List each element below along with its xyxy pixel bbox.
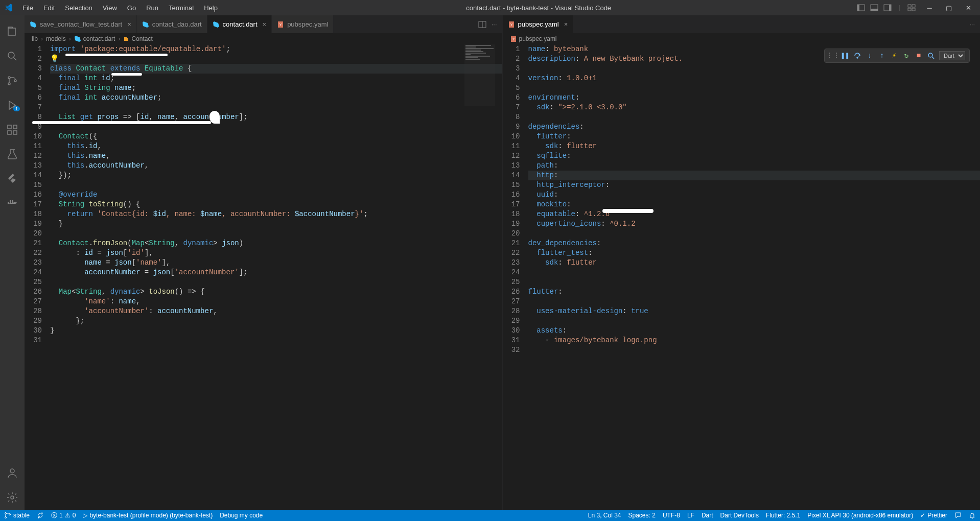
code-line[interactable] — [50, 103, 502, 112]
close-tab-icon[interactable]: × — [263, 20, 267, 28]
stop-icon[interactable]: ■ — [915, 52, 923, 60]
code-line[interactable] — [50, 277, 502, 287]
code-line[interactable]: Contact({ — [50, 132, 502, 141]
code-line[interactable]: final int accountNumber; — [50, 93, 502, 103]
code-line[interactable]: List get props => [id, name, accountNumb… — [50, 112, 502, 122]
breadcrumb-item[interactable]: contact.dart — [83, 35, 115, 42]
notifications-icon[interactable] — [969, 512, 976, 519]
tab-contact_dao-dart[interactable]: contact_dao.dart — [137, 15, 207, 33]
encoding[interactable]: UTF-8 — [663, 512, 680, 519]
cursor-position[interactable]: Ln 3, Col 34 — [588, 512, 621, 519]
code-line[interactable]: Contact.fromJson(Map<String, dynamic> js… — [50, 239, 502, 248]
code-line[interactable]: sdk: ">=2.1.0 <3.0.0" — [528, 103, 981, 112]
menu-view[interactable]: View — [99, 2, 121, 14]
code-line[interactable]: sdk: flutter — [528, 141, 981, 151]
language-mode[interactable]: Dart — [702, 512, 713, 519]
code-line[interactable]: path: — [528, 161, 981, 171]
layout-panel-icon[interactable] — [869, 3, 879, 13]
sync-button[interactable] — [37, 512, 44, 519]
step-out-icon[interactable]: ↑ — [878, 52, 886, 60]
code-line[interactable]: @override — [50, 190, 502, 200]
code-line[interactable] — [528, 229, 981, 239]
problems[interactable]: ⓧ 1 ⚠ 0 — [51, 511, 76, 520]
code-line[interactable]: dev_dependencies: — [528, 239, 981, 248]
code-line[interactable]: flutter: — [528, 132, 981, 141]
breadcrumb-item[interactable]: pubspec.yaml — [519, 35, 557, 42]
pause-icon[interactable]: ❚❚ — [841, 52, 849, 60]
breadcrumb-left[interactable]: lib›models› contact.dart› Contact — [25, 33, 502, 44]
more-actions-icon[interactable]: ··· — [492, 20, 497, 29]
eol[interactable]: LF — [687, 512, 694, 519]
tab-pubspec-yaml[interactable]: Ypubspec.yaml — [272, 15, 334, 33]
code-line[interactable] — [50, 122, 502, 132]
debug-target[interactable]: ▷ byte-bank-test (profile mode) (byte-ba… — [83, 512, 213, 519]
code-line[interactable]: accountNumber = json['accountNumber']; — [50, 268, 502, 277]
step-into-icon[interactable]: ↓ — [866, 52, 874, 60]
code-line[interactable]: this.name, — [50, 151, 502, 161]
code-line[interactable] — [50, 336, 502, 345]
docker-icon[interactable] — [0, 191, 25, 216]
layout-customize-icon[interactable] — [906, 3, 917, 13]
code-line[interactable]: version: 1.0.0+1 — [528, 74, 981, 83]
explorer-icon[interactable] — [0, 19, 25, 44]
tab-pubspec-yaml[interactable]: Ypubspec.yaml× — [503, 15, 574, 33]
code-line[interactable]: flutter: — [528, 287, 981, 297]
code-line[interactable]: name = json['name'], — [50, 258, 502, 268]
more-actions-icon[interactable]: ··· — [969, 20, 975, 28]
tab-contact-dart[interactable]: contact.dart× — [207, 15, 272, 33]
source-control-icon[interactable] — [0, 68, 25, 93]
indentation[interactable]: Spaces: 2 — [628, 512, 656, 519]
code-line[interactable]: environment: — [528, 93, 981, 103]
code-line[interactable]: String toString() { — [50, 200, 502, 209]
close-tab-icon[interactable]: × — [127, 20, 131, 28]
devtools-icon[interactable] — [927, 52, 935, 60]
code-editor-right[interactable]: 1234567891011121314151617181920212223242… — [503, 44, 981, 510]
debug-config-select[interactable]: Dart — [939, 51, 965, 60]
code-line[interactable]: 'accountNumber': accountNumber, — [50, 306, 502, 316]
menu-run[interactable]: Run — [142, 2, 162, 14]
code-line[interactable]: } — [50, 219, 502, 229]
code-line[interactable]: flutter_test: — [528, 248, 981, 258]
code-line[interactable] — [528, 112, 981, 122]
breadcrumb-item[interactable]: lib — [32, 35, 38, 42]
code-line[interactable]: this.accountNumber, — [50, 161, 502, 171]
code-line[interactable] — [50, 229, 502, 239]
tab-save_contact_flow_test-dart[interactable]: save_contact_flow_test.dart× — [25, 15, 137, 33]
code-line[interactable]: uses-material-design: true — [528, 306, 981, 316]
code-line[interactable]: final String name; — [50, 83, 502, 93]
code-line[interactable]: Map<String, dynamic> toJson() => { — [50, 287, 502, 297]
step-over-icon[interactable] — [853, 52, 861, 60]
hot-reload-icon[interactable]: ⚡ — [890, 52, 898, 60]
code-line[interactable]: }); — [50, 171, 502, 180]
drag-handle-icon[interactable]: ⋮⋮ — [829, 52, 837, 60]
code-line[interactable]: 💡 — [50, 54, 502, 64]
device[interactable]: Pixel XL API 30 (android-x86 emulator) — [807, 512, 913, 519]
code-line[interactable]: class Contact extends Equatable { — [50, 64, 502, 74]
menu-terminal[interactable]: Terminal — [165, 2, 198, 14]
code-line[interactable]: dependencies: — [528, 122, 981, 132]
code-line[interactable]: http_interceptor: — [528, 180, 981, 190]
code-line[interactable] — [528, 345, 981, 355]
code-line[interactable]: } — [50, 326, 502, 336]
flutter-version[interactable]: Flutter: 2.5.1 — [766, 512, 800, 519]
menu-help[interactable]: Help — [200, 2, 222, 14]
feedback-icon[interactable] — [954, 512, 962, 519]
settings-icon[interactable] — [0, 485, 25, 510]
code-line[interactable]: }; — [50, 316, 502, 326]
extensions-icon[interactable] — [0, 117, 25, 142]
code-line[interactable]: import 'package:equatable/equatable.dart… — [50, 44, 502, 54]
code-line[interactable]: - images/bytebank_logo.png — [528, 336, 981, 345]
menu-selection[interactable]: Selection — [61, 2, 96, 14]
code-line[interactable]: sdk: flutter — [528, 258, 981, 268]
code-line[interactable]: : id = json['id'], — [50, 248, 502, 258]
code-line[interactable]: return 'Contact{id: $id, name: $name, ac… — [50, 209, 502, 219]
breadcrumb-item[interactable]: Contact — [131, 35, 152, 42]
layout-sidebar-icon[interactable] — [856, 3, 866, 13]
code-line[interactable]: uuid: — [528, 190, 981, 200]
code-line[interactable] — [528, 83, 981, 93]
code-line[interactable]: 'name': name, — [50, 297, 502, 306]
code-line[interactable]: final int id; — [50, 74, 502, 83]
menu-edit[interactable]: Edit — [39, 2, 59, 14]
code-line[interactable]: equatable: ^1.2.6 — [528, 209, 981, 219]
code-line[interactable]: assets: — [528, 326, 981, 336]
